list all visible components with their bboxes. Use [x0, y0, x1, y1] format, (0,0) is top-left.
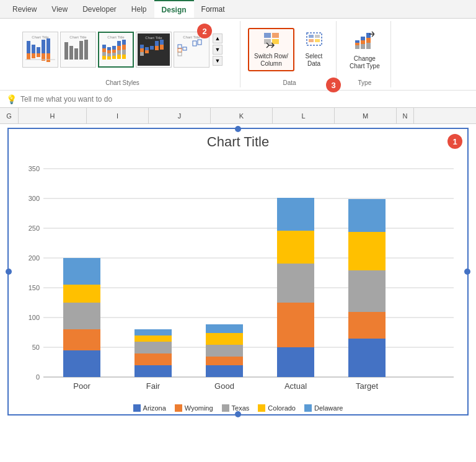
svg-rect-49 — [160, 40, 164, 45]
tab-design[interactable]: Design — [154, 0, 194, 18]
tab-developer[interactable]: Developer — [75, 0, 124, 18]
svg-text:Fair: Fair — [146, 381, 161, 391]
data-group: 3 Switch Row/Column — [243, 21, 337, 87]
svg-rect-19 — [102, 45, 106, 48]
change-chart-label: ChangeChart Type — [350, 55, 380, 70]
svg-rect-48 — [155, 46, 159, 50]
col-header-k: K — [211, 108, 273, 123]
svg-rect-17 — [84, 40, 88, 60]
bar-target-colorado — [348, 232, 386, 270]
svg-rect-42 — [140, 48, 144, 52]
col-header-m: M — [335, 108, 397, 123]
svg-rect-61 — [272, 39, 279, 44]
tell-me-input[interactable] — [20, 95, 470, 104]
scroll-down-arrow[interactable]: ▼ — [213, 45, 223, 55]
chart-style-2[interactable]: Chart Title — [60, 32, 96, 68]
select-data-label: SelectData — [306, 53, 323, 68]
legend-swatch-wyoming — [175, 404, 182, 412]
col-headers: G H I J K L M N — [0, 108, 476, 124]
svg-text:Poor: Poor — [73, 381, 90, 391]
tab-help[interactable]: Help — [124, 0, 154, 18]
legend-label-texas: Texas — [232, 404, 250, 412]
tab-view[interactable]: View — [44, 0, 75, 18]
svg-rect-13 — [64, 42, 68, 60]
svg-rect-22 — [102, 56, 106, 60]
chart-style-4[interactable]: Chart Title — [136, 32, 172, 68]
badge-2: 2 — [197, 24, 212, 38]
col-header-n: N — [397, 108, 414, 123]
switch-row-column-button[interactable]: Switch Row/Column — [248, 28, 294, 71]
svg-rect-30 — [112, 56, 116, 59]
svg-text:Chart Title: Chart Title — [107, 35, 125, 39]
svg-rect-72 — [361, 44, 365, 49]
svg-rect-54 — [178, 52, 182, 56]
chart-title: Chart Title — [14, 134, 462, 150]
svg-rect-47 — [155, 41, 159, 46]
bar-good-texas — [206, 345, 243, 357]
svg-rect-44 — [145, 47, 149, 50]
svg-rect-56 — [193, 41, 196, 46]
svg-rect-9 — [46, 38, 50, 53]
bar-poor-texas — [63, 303, 100, 329]
handle-bottom[interactable] — [235, 411, 241, 417]
select-data-button[interactable]: SelectData — [297, 29, 331, 71]
badge-3: 3 — [326, 78, 341, 92]
chart-style-1[interactable]: Chart Title — [22, 32, 58, 68]
handle-top[interactable] — [235, 126, 241, 132]
svg-rect-35 — [122, 40, 126, 45]
legend-swatch-delaware — [304, 404, 312, 412]
chart-style-3[interactable]: Chart Title — [98, 32, 134, 68]
type-group-label: Type — [358, 79, 372, 87]
legend-texas: Texas — [222, 404, 250, 412]
chart-container: 1 Chart Title 350 300 250 200 150 — [7, 128, 469, 415]
bar-poor-wyoming — [63, 329, 100, 350]
bar-poor-colorado — [63, 285, 100, 303]
svg-rect-1 — [27, 41, 30, 53]
svg-rect-75 — [366, 43, 371, 49]
svg-rect-15 — [74, 48, 78, 60]
scroll-more-arrow[interactable]: ▼ — [213, 56, 223, 66]
legend-label-colorado: Colorado — [268, 404, 296, 412]
chart-svg: 350 300 250 200 150 100 50 — [14, 156, 466, 398]
svg-rect-38 — [122, 55, 126, 59]
svg-rect-23 — [107, 47, 111, 50]
col-header-h: H — [19, 108, 87, 123]
bar-good-colorado — [206, 333, 243, 345]
tab-format[interactable]: Format — [194, 0, 232, 18]
chart-styles-label: Chart Styles — [105, 79, 139, 87]
svg-text:250: 250 — [29, 224, 40, 232]
handle-left[interactable] — [6, 269, 12, 275]
legend-wyoming: Wyoming — [175, 404, 213, 412]
svg-text:Chart Title: Chart Title — [183, 35, 200, 39]
svg-text:Chart Title: Chart Title — [69, 35, 87, 39]
svg-rect-5 — [37, 47, 40, 53]
svg-text:0: 0 — [36, 373, 40, 381]
svg-text:Target: Target — [356, 381, 379, 391]
svg-rect-7 — [42, 40, 45, 53]
scroll-up-arrow[interactable]: ▲ — [213, 33, 223, 43]
chart-styles-scroll[interactable]: ▲ ▼ ▼ — [213, 33, 223, 66]
bar-fair-texas — [134, 342, 172, 353]
svg-rect-28 — [112, 50, 116, 53]
legend-swatch-texas — [222, 404, 229, 412]
svg-rect-57 — [198, 40, 201, 45]
tab-review[interactable]: Review — [5, 0, 44, 18]
change-chart-icon — [355, 29, 374, 54]
svg-rect-64 — [309, 39, 314, 42]
legend-label-arizona: Arizona — [143, 404, 166, 412]
bar-target-delaware — [348, 199, 386, 232]
svg-rect-63 — [309, 35, 314, 38]
svg-text:350: 350 — [29, 165, 40, 172]
svg-rect-33 — [117, 50, 121, 55]
svg-text:100: 100 — [29, 314, 40, 321]
svg-rect-20 — [102, 48, 106, 52]
svg-rect-45 — [145, 50, 149, 53]
svg-rect-31 — [117, 41, 121, 46]
bar-fair-colorado — [134, 335, 172, 342]
change-chart-type-button[interactable]: ChangeChart Type — [344, 26, 386, 73]
svg-rect-2 — [27, 53, 30, 60]
svg-rect-52 — [178, 45, 182, 48]
svg-rect-34 — [117, 55, 121, 59]
svg-rect-59 — [272, 33, 279, 38]
svg-rect-58 — [264, 33, 271, 38]
